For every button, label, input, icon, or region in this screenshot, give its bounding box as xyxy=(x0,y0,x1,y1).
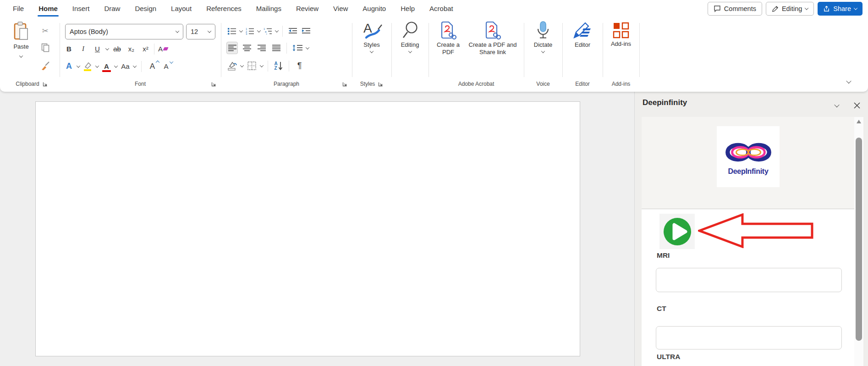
scissors-icon: ✂ xyxy=(42,26,48,36)
create-pdf-button[interactable]: Create a PDF xyxy=(434,21,462,56)
align-right-button[interactable] xyxy=(256,42,267,54)
subscript-button[interactable]: x₂ xyxy=(126,43,137,55)
multilevel-dropdown-icon[interactable] xyxy=(275,28,279,32)
highlight-dropdown-icon[interactable] xyxy=(95,64,99,67)
line-spacing-button[interactable] xyxy=(291,42,303,54)
scrollbar-thumb[interactable] xyxy=(856,138,862,341)
chevron-down-icon xyxy=(834,102,839,107)
tab-augnito[interactable]: Augnito xyxy=(355,0,393,17)
multilevel-list-button[interactable]: 1ai xyxy=(262,25,274,37)
document-canvas xyxy=(0,92,634,366)
taskpane-scrollbar[interactable] xyxy=(854,117,863,366)
align-center-button[interactable] xyxy=(241,42,253,54)
numbering-dropdown-icon[interactable] xyxy=(257,28,261,32)
paragraph-group-label: Paragraph xyxy=(274,81,299,87)
taskpane-close-button[interactable] xyxy=(852,100,863,111)
italic-button[interactable]: I xyxy=(77,43,89,55)
editor-pencil-icon xyxy=(573,22,592,39)
paste-button[interactable]: Paste xyxy=(9,21,33,58)
document-page[interactable] xyxy=(35,101,580,356)
font-size-combobox[interactable]: 12 xyxy=(186,24,215,39)
dictate-button[interactable]: Dictate xyxy=(524,21,562,53)
tab-mailings[interactable]: Mailings xyxy=(249,0,289,17)
change-case-button[interactable]: Aa xyxy=(120,60,131,72)
addin-form-area: MRI CT ULTRA xyxy=(642,209,863,366)
tab-acrobat[interactable]: Acrobat xyxy=(422,0,461,17)
superscript-button[interactable]: x² xyxy=(140,43,151,55)
tab-layout[interactable]: Layout xyxy=(164,0,199,17)
borders-button[interactable] xyxy=(246,60,258,72)
collapse-ribbon-button[interactable] xyxy=(846,78,851,83)
pdf-share-icon xyxy=(484,21,501,39)
styles-button[interactable]: A Styles xyxy=(352,21,391,53)
bullets-dropdown-icon[interactable] xyxy=(239,28,243,32)
tab-draw[interactable]: Draw xyxy=(97,0,127,17)
create-pdf-share-button[interactable]: Create a PDF and Share link xyxy=(467,21,518,56)
ultra-label: ULTRA xyxy=(657,353,680,361)
change-case-dropdown-icon[interactable] xyxy=(133,64,137,67)
paragraph-dialog-launcher-icon[interactable] xyxy=(342,82,347,87)
mri-input[interactable] xyxy=(656,268,842,292)
cut-button[interactable]: ✂ xyxy=(39,25,51,37)
grow-font-button[interactable]: A xyxy=(147,60,158,72)
text-effects-dropdown-icon[interactable] xyxy=(77,64,80,67)
numbering-button[interactable]: 123 xyxy=(244,25,256,37)
justify-button[interactable] xyxy=(270,42,282,54)
comments-button[interactable]: Comments xyxy=(708,2,762,16)
tab-file[interactable]: File xyxy=(5,0,31,17)
decrease-indent-button[interactable] xyxy=(287,25,298,37)
styles-icon: A xyxy=(362,21,382,39)
highlight-button[interactable] xyxy=(82,60,93,72)
share-button[interactable]: Share xyxy=(818,2,863,16)
show-formatting-marks-button[interactable]: ¶ xyxy=(294,60,305,72)
shrink-font-button[interactable]: A xyxy=(160,60,172,72)
acrobat-group-label: Adobe Acrobat xyxy=(458,81,494,87)
shading-dropdown-icon[interactable] xyxy=(240,63,244,67)
clear-formatting-button[interactable]: A xyxy=(157,43,169,55)
editor-button[interactable]: Editor xyxy=(562,22,603,49)
addins-button[interactable]: Add-ins xyxy=(603,22,639,48)
copy-button[interactable] xyxy=(39,41,51,54)
tab-insert[interactable]: Insert xyxy=(65,0,97,17)
font-dialog-launcher-icon[interactable] xyxy=(211,82,216,87)
menu-tab-bar: File Home Insert Draw Design Layout Refe… xyxy=(0,0,868,17)
underline-button[interactable]: U xyxy=(92,43,103,55)
ribbon: Paste ✂ Clipboard xyxy=(0,17,868,92)
tab-home[interactable]: Home xyxy=(31,0,65,17)
ribbon-editing-button[interactable]: Editing xyxy=(391,21,429,53)
chevron-down-icon xyxy=(541,50,545,53)
font-color-bar xyxy=(102,70,111,72)
font-name-combobox[interactable]: Aptos (Body) xyxy=(65,24,183,39)
font-color-button[interactable]: A xyxy=(101,60,112,72)
bold-button[interactable]: B xyxy=(63,43,75,55)
font-color-dropdown-icon[interactable] xyxy=(114,64,118,67)
underline-dropdown-icon[interactable] xyxy=(105,46,109,50)
shading-button[interactable] xyxy=(226,60,238,72)
editing-mode-dropdown[interactable]: Editing xyxy=(766,2,814,16)
taskpane-collapse-button[interactable] xyxy=(831,100,842,111)
align-left-button[interactable] xyxy=(226,42,238,54)
ct-input[interactable] xyxy=(656,326,842,349)
clipboard-dialog-launcher-icon[interactable] xyxy=(43,82,48,87)
pdf-document-icon xyxy=(440,21,456,39)
strikethrough-button[interactable]: ab xyxy=(111,43,123,55)
tab-view[interactable]: View xyxy=(326,0,355,17)
tab-review[interactable]: Review xyxy=(289,0,326,17)
increase-indent-button[interactable] xyxy=(300,25,312,37)
paste-clipboard-icon xyxy=(13,21,29,41)
tab-design[interactable]: Design xyxy=(127,0,164,17)
styles-dialog-launcher-icon[interactable] xyxy=(378,82,383,87)
tab-help[interactable]: Help xyxy=(393,0,422,17)
bullets-button[interactable] xyxy=(226,25,238,37)
editor-group-label: Editor xyxy=(575,81,589,87)
play-button[interactable] xyxy=(659,214,695,249)
line-spacing-dropdown-icon[interactable] xyxy=(306,45,309,49)
format-painter-button[interactable] xyxy=(39,60,51,72)
tab-references[interactable]: References xyxy=(199,0,249,17)
addins-grid-icon xyxy=(613,22,629,39)
text-effects-button[interactable]: A xyxy=(63,60,75,72)
deepinfinity-logo: DeepInfinity xyxy=(717,126,780,187)
sort-button[interactable]: A Z xyxy=(273,60,284,72)
borders-dropdown-icon[interactable] xyxy=(260,63,264,67)
scrollbar-up-button[interactable] xyxy=(856,119,862,126)
